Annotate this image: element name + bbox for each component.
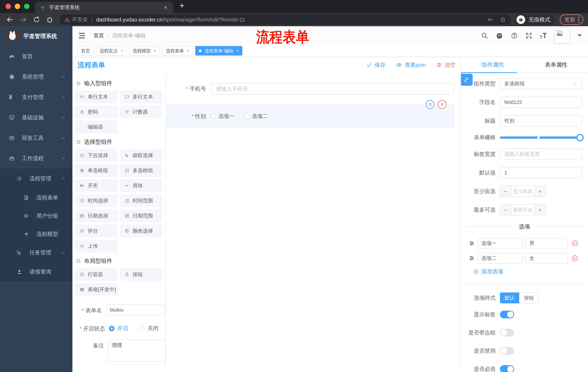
disabled-toggle[interactable] [500,347,514,355]
canvas-phone-field[interactable]: 手机号 [166,83,461,95]
component-counter[interactable]: 123 计数器 [120,106,162,118]
help-icon[interactable] [511,32,518,39]
component-time-picker[interactable]: 时间选择 [75,194,117,207]
tag-close-icon[interactable]: × [154,48,156,53]
component-multi-text[interactable]: 多行文本 [120,90,162,103]
gender-checkbox-2[interactable] [244,114,249,119]
sidebar-item-home[interactable]: 首页 [0,46,73,67]
label-width-input[interactable] [500,149,582,160]
browser-tab[interactable]: 芋道管理系统 × [35,2,173,13]
component-type-select[interactable]: 多选框组 [500,78,582,89]
slider-track[interactable] [500,137,582,139]
view-json-button[interactable]: 查看json [396,61,426,69]
drag-handle-icon[interactable] [469,255,475,261]
search-icon[interactable] [481,32,488,39]
back-icon[interactable] [6,16,13,23]
avatar[interactable] [554,28,570,44]
home-icon[interactable] [46,16,53,23]
radio-off[interactable] [139,326,145,331]
max-select-input[interactable] [511,205,534,215]
delete-component-button[interactable] [438,100,446,109]
font-size-icon[interactable]: TT [540,32,547,40]
tab-form-props[interactable]: 表单属性 [525,57,588,73]
tag-close-icon[interactable]: × [121,48,123,53]
sidebar-item-payment[interactable]: ¥ 支付管理 [0,87,73,107]
border-toggle[interactable] [500,329,514,337]
avatar-caret-icon[interactable] [578,34,582,39]
sidebar-item-user-group[interactable]: 用户分组 [0,207,73,225]
forward-icon[interactable] [20,16,27,23]
style-button-button[interactable]: 按钮 [519,292,539,303]
tag-process-form[interactable]: 流程表单× [162,46,193,55]
key-icon[interactable] [487,17,493,23]
component-table[interactable]: 表格[开发中] [75,283,117,296]
component-date-range[interactable]: 日期范围 [120,210,162,222]
option-1-label-input[interactable] [477,238,523,249]
maximize-window-button[interactable] [24,4,30,9]
radio-on[interactable] [109,326,115,331]
reload-icon[interactable] [33,16,40,23]
window-controls[interactable] [0,4,35,13]
collapse-sidebar-icon[interactable] [78,32,86,40]
style-default-button[interactable]: 默认 [500,292,519,303]
radio-on-label[interactable]: 开启 [117,325,128,332]
component-rate[interactable]: 评分 [75,224,117,237]
sidebar-item-devtools[interactable]: 研发工具 [0,128,73,148]
bookmark-star-icon[interactable] [500,17,506,23]
clear-button[interactable]: 清空 [436,61,456,69]
tag-close-icon[interactable]: × [187,48,189,53]
minus-button[interactable]: − [500,205,511,215]
component-single-text[interactable]: 单行文本 [75,90,117,103]
component-dropdown[interactable]: 下拉选择 [75,149,117,162]
save-button[interactable]: 保存 [366,61,386,69]
option-2-label-input[interactable] [477,253,523,264]
sidebar-item-workflow[interactable]: 工作流程 [0,148,73,169]
sidebar-item-system[interactable]: 系统管理 [0,67,73,87]
not-secure-warning-icon[interactable]: 不安全 [64,16,88,23]
sidebar-item-process-mgmt[interactable]: 流程管理 [0,169,73,189]
form-grid-slider[interactable] [500,134,582,141]
remove-option-button[interactable] [571,240,578,247]
component-password[interactable]: 密码 [75,106,117,118]
minus-button[interactable]: − [500,186,511,197]
gender-option-2-label[interactable]: 选项二 [252,113,268,120]
gender-option-1-label[interactable]: 选项一 [219,113,234,120]
component-row-container[interactable]: 行容器 [75,268,117,281]
github-icon[interactable] [495,32,504,40]
show-label-toggle[interactable] [500,311,514,318]
tab-close-icon[interactable]: × [163,4,168,11]
form-name-input[interactable] [106,304,166,316]
title-input[interactable] [500,115,582,127]
tag-process-definition[interactable]: 流程定义× [96,46,127,55]
sidebar-item-task-mgmt[interactable]: 任务管理 [0,243,73,262]
sidebar-item-infra[interactable]: 基础设施 [0,107,73,128]
browser-update-button[interactable]: 更新 [560,14,583,25]
tag-process-form-edit[interactable]: 流程表单-编辑× [195,46,242,55]
form-canvas[interactable]: 手机号 性别 选项一 选项二 [166,73,461,372]
plus-button[interactable]: + [534,186,545,197]
minimize-window-button[interactable] [15,4,20,9]
component-checkbox-group[interactable]: 多选框组 [120,164,162,177]
component-color-picker[interactable]: 颜色选择 [120,224,162,237]
sidebar-item-process-model[interactable]: 流程模型 [0,225,73,243]
component-button[interactable]: 按钮 [120,268,162,281]
component-editor[interactable]: 编辑器 [75,121,117,133]
add-option-button[interactable]: 添加选项 [461,268,588,275]
tag-close-icon[interactable]: × [236,48,239,53]
form-remark-textarea[interactable]: 嘿嘿 [108,340,166,362]
option-1-value-input[interactable] [525,238,568,249]
component-upload[interactable]: 上传 [75,240,117,252]
new-tab-button[interactable]: + [179,0,184,11]
component-date-picker[interactable]: 日期选择 [75,210,117,222]
option-2-value-input[interactable] [525,253,568,264]
phone-input[interactable] [211,83,454,95]
tag-home[interactable]: 首页 [77,46,94,55]
component-switch[interactable]: 开关 [75,179,117,192]
field-name-input[interactable] [500,97,582,108]
duplicate-component-button[interactable] [426,100,434,109]
component-slider[interactable]: 滑块 [120,179,162,192]
breadcrumb-home[interactable]: 首页 [94,32,104,39]
close-window-button[interactable] [5,4,11,9]
tag-process-model[interactable]: 流程模型× [129,46,160,55]
slider-handle[interactable] [576,134,584,141]
